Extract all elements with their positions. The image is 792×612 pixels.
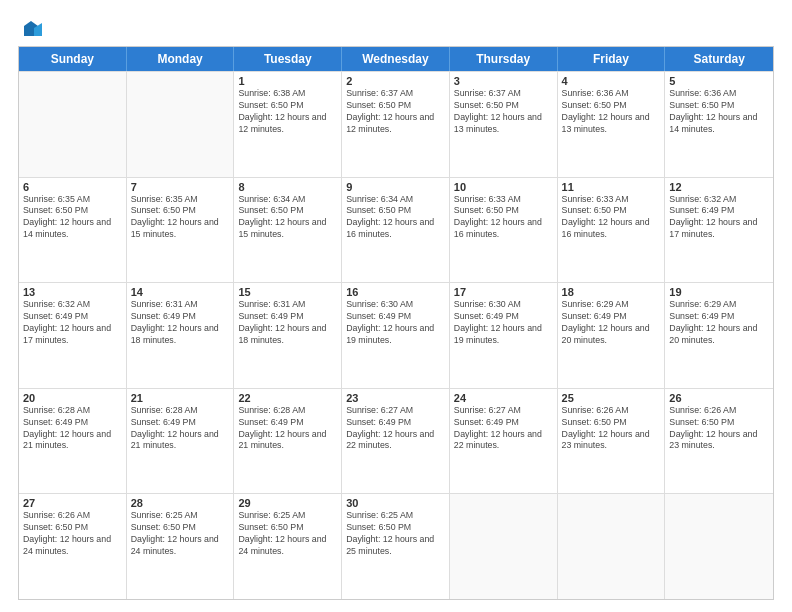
calendar-cell: 10Sunrise: 6:33 AM Sunset: 6:50 PM Dayli… [450, 178, 558, 283]
calendar-cell: 2Sunrise: 6:37 AM Sunset: 6:50 PM Daylig… [342, 72, 450, 177]
day-number: 5 [669, 75, 769, 87]
day-number: 19 [669, 286, 769, 298]
day-number: 25 [562, 392, 661, 404]
day-info: Sunrise: 6:31 AM Sunset: 6:49 PM Dayligh… [238, 299, 337, 347]
day-info: Sunrise: 6:28 AM Sunset: 6:49 PM Dayligh… [23, 405, 122, 453]
day-number: 6 [23, 181, 122, 193]
calendar-body: 1Sunrise: 6:38 AM Sunset: 6:50 PM Daylig… [19, 71, 773, 599]
calendar-row: 1Sunrise: 6:38 AM Sunset: 6:50 PM Daylig… [19, 71, 773, 177]
calendar-cell [127, 72, 235, 177]
day-info: Sunrise: 6:29 AM Sunset: 6:49 PM Dayligh… [562, 299, 661, 347]
day-info: Sunrise: 6:37 AM Sunset: 6:50 PM Dayligh… [346, 88, 445, 136]
calendar-cell: 9Sunrise: 6:34 AM Sunset: 6:50 PM Daylig… [342, 178, 450, 283]
day-info: Sunrise: 6:35 AM Sunset: 6:50 PM Dayligh… [23, 194, 122, 242]
weekday-header: Thursday [450, 47, 558, 71]
day-info: Sunrise: 6:33 AM Sunset: 6:50 PM Dayligh… [562, 194, 661, 242]
calendar-header-row: SundayMondayTuesdayWednesdayThursdayFrid… [19, 47, 773, 71]
day-number: 16 [346, 286, 445, 298]
day-number: 1 [238, 75, 337, 87]
day-number: 29 [238, 497, 337, 509]
day-info: Sunrise: 6:27 AM Sunset: 6:49 PM Dayligh… [346, 405, 445, 453]
day-info: Sunrise: 6:32 AM Sunset: 6:49 PM Dayligh… [23, 299, 122, 347]
day-info: Sunrise: 6:32 AM Sunset: 6:49 PM Dayligh… [669, 194, 769, 242]
day-info: Sunrise: 6:38 AM Sunset: 6:50 PM Dayligh… [238, 88, 337, 136]
calendar-cell [450, 494, 558, 599]
calendar-cell: 27Sunrise: 6:26 AM Sunset: 6:50 PM Dayli… [19, 494, 127, 599]
weekday-header: Tuesday [234, 47, 342, 71]
day-number: 26 [669, 392, 769, 404]
calendar-cell: 11Sunrise: 6:33 AM Sunset: 6:50 PM Dayli… [558, 178, 666, 283]
calendar-cell: 24Sunrise: 6:27 AM Sunset: 6:49 PM Dayli… [450, 389, 558, 494]
calendar-cell: 28Sunrise: 6:25 AM Sunset: 6:50 PM Dayli… [127, 494, 235, 599]
day-number: 4 [562, 75, 661, 87]
calendar-row: 20Sunrise: 6:28 AM Sunset: 6:49 PM Dayli… [19, 388, 773, 494]
day-info: Sunrise: 6:25 AM Sunset: 6:50 PM Dayligh… [346, 510, 445, 558]
day-number: 10 [454, 181, 553, 193]
calendar-cell: 18Sunrise: 6:29 AM Sunset: 6:49 PM Dayli… [558, 283, 666, 388]
weekday-header: Sunday [19, 47, 127, 71]
day-info: Sunrise: 6:35 AM Sunset: 6:50 PM Dayligh… [131, 194, 230, 242]
weekday-header: Monday [127, 47, 235, 71]
calendar-row: 27Sunrise: 6:26 AM Sunset: 6:50 PM Dayli… [19, 493, 773, 599]
day-info: Sunrise: 6:30 AM Sunset: 6:49 PM Dayligh… [454, 299, 553, 347]
calendar-cell: 26Sunrise: 6:26 AM Sunset: 6:50 PM Dayli… [665, 389, 773, 494]
day-number: 27 [23, 497, 122, 509]
calendar: SundayMondayTuesdayWednesdayThursdayFrid… [18, 46, 774, 600]
calendar-cell: 13Sunrise: 6:32 AM Sunset: 6:49 PM Dayli… [19, 283, 127, 388]
day-number: 30 [346, 497, 445, 509]
calendar-cell: 20Sunrise: 6:28 AM Sunset: 6:49 PM Dayli… [19, 389, 127, 494]
calendar-cell: 6Sunrise: 6:35 AM Sunset: 6:50 PM Daylig… [19, 178, 127, 283]
header [18, 18, 774, 36]
calendar-cell: 8Sunrise: 6:34 AM Sunset: 6:50 PM Daylig… [234, 178, 342, 283]
day-number: 22 [238, 392, 337, 404]
day-info: Sunrise: 6:36 AM Sunset: 6:50 PM Dayligh… [669, 88, 769, 136]
calendar-cell: 15Sunrise: 6:31 AM Sunset: 6:49 PM Dayli… [234, 283, 342, 388]
day-number: 13 [23, 286, 122, 298]
calendar-cell: 21Sunrise: 6:28 AM Sunset: 6:49 PM Dayli… [127, 389, 235, 494]
calendar-cell: 23Sunrise: 6:27 AM Sunset: 6:49 PM Dayli… [342, 389, 450, 494]
calendar-row: 13Sunrise: 6:32 AM Sunset: 6:49 PM Dayli… [19, 282, 773, 388]
calendar-cell: 30Sunrise: 6:25 AM Sunset: 6:50 PM Dayli… [342, 494, 450, 599]
weekday-header: Wednesday [342, 47, 450, 71]
day-number: 12 [669, 181, 769, 193]
calendar-cell: 3Sunrise: 6:37 AM Sunset: 6:50 PM Daylig… [450, 72, 558, 177]
calendar-cell [19, 72, 127, 177]
calendar-cell: 17Sunrise: 6:30 AM Sunset: 6:49 PM Dayli… [450, 283, 558, 388]
day-number: 14 [131, 286, 230, 298]
calendar-cell: 1Sunrise: 6:38 AM Sunset: 6:50 PM Daylig… [234, 72, 342, 177]
calendar-cell: 5Sunrise: 6:36 AM Sunset: 6:50 PM Daylig… [665, 72, 773, 177]
day-info: Sunrise: 6:26 AM Sunset: 6:50 PM Dayligh… [562, 405, 661, 453]
day-number: 21 [131, 392, 230, 404]
day-info: Sunrise: 6:33 AM Sunset: 6:50 PM Dayligh… [454, 194, 553, 242]
day-info: Sunrise: 6:31 AM Sunset: 6:49 PM Dayligh… [131, 299, 230, 347]
day-number: 20 [23, 392, 122, 404]
calendar-row: 6Sunrise: 6:35 AM Sunset: 6:50 PM Daylig… [19, 177, 773, 283]
day-number: 11 [562, 181, 661, 193]
calendar-cell: 14Sunrise: 6:31 AM Sunset: 6:49 PM Dayli… [127, 283, 235, 388]
day-number: 18 [562, 286, 661, 298]
day-info: Sunrise: 6:36 AM Sunset: 6:50 PM Dayligh… [562, 88, 661, 136]
day-info: Sunrise: 6:28 AM Sunset: 6:49 PM Dayligh… [238, 405, 337, 453]
calendar-cell: 7Sunrise: 6:35 AM Sunset: 6:50 PM Daylig… [127, 178, 235, 283]
day-info: Sunrise: 6:34 AM Sunset: 6:50 PM Dayligh… [346, 194, 445, 242]
calendar-cell: 12Sunrise: 6:32 AM Sunset: 6:49 PM Dayli… [665, 178, 773, 283]
calendar-cell: 29Sunrise: 6:25 AM Sunset: 6:50 PM Dayli… [234, 494, 342, 599]
calendar-cell: 25Sunrise: 6:26 AM Sunset: 6:50 PM Dayli… [558, 389, 666, 494]
weekday-header: Saturday [665, 47, 773, 71]
page: SundayMondayTuesdayWednesdayThursdayFrid… [0, 0, 792, 612]
day-info: Sunrise: 6:28 AM Sunset: 6:49 PM Dayligh… [131, 405, 230, 453]
calendar-cell [665, 494, 773, 599]
day-info: Sunrise: 6:25 AM Sunset: 6:50 PM Dayligh… [131, 510, 230, 558]
day-info: Sunrise: 6:25 AM Sunset: 6:50 PM Dayligh… [238, 510, 337, 558]
day-number: 3 [454, 75, 553, 87]
day-info: Sunrise: 6:26 AM Sunset: 6:50 PM Dayligh… [23, 510, 122, 558]
day-info: Sunrise: 6:27 AM Sunset: 6:49 PM Dayligh… [454, 405, 553, 453]
calendar-cell: 16Sunrise: 6:30 AM Sunset: 6:49 PM Dayli… [342, 283, 450, 388]
day-number: 23 [346, 392, 445, 404]
day-number: 9 [346, 181, 445, 193]
day-number: 7 [131, 181, 230, 193]
day-number: 15 [238, 286, 337, 298]
calendar-cell: 19Sunrise: 6:29 AM Sunset: 6:49 PM Dayli… [665, 283, 773, 388]
day-number: 17 [454, 286, 553, 298]
calendar-cell: 4Sunrise: 6:36 AM Sunset: 6:50 PM Daylig… [558, 72, 666, 177]
